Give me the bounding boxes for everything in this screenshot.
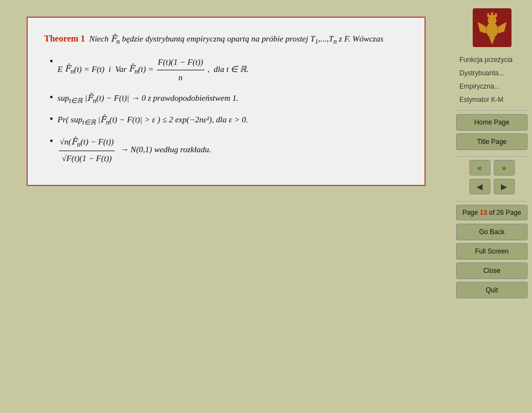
back-button[interactable]: ◀ bbox=[469, 179, 490, 194]
divider-1 bbox=[456, 110, 528, 111]
home-page-button[interactable]: Home Page bbox=[456, 114, 528, 131]
go-back-button[interactable]: Go Back bbox=[456, 224, 528, 240]
fraction-2: √n(F̂n(t) − F(t)) √F(t)(1 − F(t)) bbox=[59, 135, 115, 167]
svg-rect-10 bbox=[495, 13, 497, 17]
bullet-3: • Pr( supt∈ℝ |F̂n(t) − F(t)| > ε ) ≤ 2 e… bbox=[50, 112, 408, 129]
main-content: Theorem 1 Niech F̂n będzie dystrybuntą e… bbox=[0, 0, 452, 413]
nav-empiryczna[interactable]: Empiryczna... bbox=[456, 80, 528, 92]
bullet-4: • √n(F̂n(t) − F(t)) √F(t)(1 − F(t)) → N(… bbox=[50, 135, 408, 167]
theorem-box: Theorem 1 Niech F̂n będzie dystrybuntą e… bbox=[27, 17, 426, 186]
bullet-1: • E F̂n(t) = F(t) i Var F̂n(t) = F(t)(1 … bbox=[50, 55, 408, 85]
step-nav-row: ◀ ▶ bbox=[456, 179, 528, 194]
close-button[interactable]: Close bbox=[456, 262, 528, 279]
full-screen-button[interactable]: Full Screen bbox=[456, 243, 528, 260]
theorem-intro-text: Niech F̂n będzie dystrybuntą empiryczną … bbox=[87, 34, 383, 43]
bullet-2: • supt∈ℝ |F̂n(t) − F(t)| → 0 z prawdopod… bbox=[50, 91, 408, 107]
sidebar: Funkcja przeżycia Dystrybuanta... Empiry… bbox=[452, 0, 532, 413]
bullet-2-math: supt∈ℝ |F̂n(t) − F(t)| → 0 z prawdopodob… bbox=[58, 91, 239, 107]
university-crest bbox=[473, 8, 511, 47]
svg-rect-9 bbox=[491, 12, 493, 17]
theorem-bullets: • E F̂n(t) = F(t) i Var F̂n(t) = F(t)(1 … bbox=[44, 55, 408, 167]
fast-nav-row: « » bbox=[456, 160, 528, 175]
fast-fwd-button[interactable]: » bbox=[494, 160, 515, 175]
bullet-1-math: E F̂n(t) = F(t) i Var F̂n(t) = F(t)(1 − … bbox=[58, 55, 249, 85]
nav-funkcja[interactable]: Funkcja przeżycia bbox=[456, 54, 528, 66]
theorem-title: Theorem 1 bbox=[44, 34, 85, 43]
title-page-button[interactable]: Title Page bbox=[456, 133, 528, 150]
quit-button[interactable]: Quit bbox=[456, 282, 528, 298]
theorem-intro: Theorem 1 Niech F̂n będzie dystrybuntą e… bbox=[44, 31, 408, 48]
fwd-button[interactable]: ▶ bbox=[494, 179, 515, 194]
svg-rect-8 bbox=[487, 13, 489, 17]
fraction-1: F(t)(1 − F(t)) n bbox=[157, 55, 204, 85]
bullet-4-math: √n(F̂n(t) − F(t)) √F(t)(1 − F(t)) → N(0,… bbox=[58, 135, 211, 167]
bullet-3-math: Pr( supt∈ℝ |F̂n(t) − F(t)| > ε ) ≤ 2 exp… bbox=[58, 112, 248, 129]
nav-estymator[interactable]: Estymator K-M bbox=[456, 94, 528, 106]
fast-back-button[interactable]: « bbox=[469, 160, 490, 175]
divider-2 bbox=[456, 156, 528, 157]
divider-3 bbox=[456, 201, 528, 202]
page-info: Page 13 of 26 Page bbox=[456, 205, 528, 220]
nav-dystrybuanta[interactable]: Dystrybuanta... bbox=[456, 67, 528, 79]
